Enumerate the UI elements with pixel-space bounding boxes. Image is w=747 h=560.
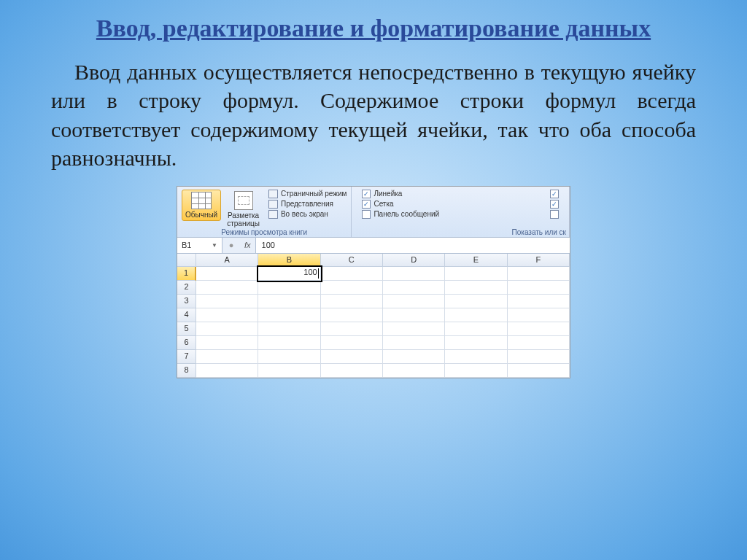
gridlines-label: Сетка xyxy=(374,200,393,208)
cell-F2[interactable] xyxy=(508,281,570,295)
cell-D6[interactable] xyxy=(383,336,445,350)
ribbon: Обычный Разметка страницы Страничный реж… xyxy=(177,187,570,238)
page-icon xyxy=(234,191,253,210)
cell-E7[interactable] xyxy=(445,350,507,364)
cell-C4[interactable] xyxy=(321,308,383,322)
row-header-3[interactable]: 3 xyxy=(177,295,196,308)
col-header-D[interactable]: D xyxy=(383,254,445,267)
fx-circle-icon[interactable]: ● xyxy=(227,241,236,249)
cell-F6[interactable] xyxy=(508,336,570,350)
custom-views-button[interactable]: Представления xyxy=(268,200,347,209)
cell-F1[interactable] xyxy=(508,267,570,281)
row-header-1[interactable]: 1 xyxy=(177,267,196,281)
show-checks-right: ✓ ✓ xyxy=(544,190,565,219)
cell-C7[interactable] xyxy=(321,350,383,364)
col-header-A[interactable]: A xyxy=(196,254,258,267)
full-screen-button[interactable]: Во весь экран xyxy=(268,210,347,219)
name-box-value: B1 xyxy=(182,241,191,249)
row-header-6[interactable]: 6 xyxy=(177,336,196,350)
col-header-E[interactable]: E xyxy=(445,254,507,267)
ruler-check[interactable]: ✓ Линейка xyxy=(362,190,439,198)
cell-A8[interactable] xyxy=(196,364,258,378)
custom-views-label: Представления xyxy=(281,200,333,208)
cell-B7[interactable] xyxy=(258,350,320,364)
cell-F3[interactable] xyxy=(508,295,570,308)
right-checkbox-2: ✓ xyxy=(550,200,559,209)
gridlines-check[interactable]: ✓ Сетка xyxy=(362,200,439,209)
cell-F5[interactable] xyxy=(508,322,570,336)
view-normal-label: Обычный xyxy=(185,211,217,219)
cell-D2[interactable] xyxy=(383,281,445,295)
right-check-3[interactable] xyxy=(550,210,559,219)
col-header-F[interactable]: F xyxy=(508,254,570,267)
cell-C6[interactable] xyxy=(321,336,383,350)
cell-A3[interactable] xyxy=(196,295,258,308)
cell-C1[interactable] xyxy=(321,267,383,281)
cell-B4[interactable] xyxy=(258,308,320,322)
page-break-icon xyxy=(268,190,278,198)
cell-B8[interactable] xyxy=(258,364,320,378)
message-panel-check[interactable]: Панель сообщений xyxy=(362,210,439,219)
fx-label[interactable]: fx xyxy=(244,241,251,249)
cell-E1[interactable] xyxy=(445,267,507,281)
cell-D4[interactable] xyxy=(383,308,445,322)
cell-F8[interactable] xyxy=(508,364,570,378)
cell-D1[interactable] xyxy=(383,267,445,281)
row-header-8[interactable]: 8 xyxy=(177,364,196,378)
cell-B2[interactable] xyxy=(258,281,320,295)
cell-E6[interactable] xyxy=(445,336,507,350)
cell-F7[interactable] xyxy=(508,350,570,364)
cell-E3[interactable] xyxy=(445,295,507,308)
cell-E4[interactable] xyxy=(445,308,507,322)
right-check-2[interactable]: ✓ xyxy=(550,200,559,209)
cell-F4[interactable] xyxy=(508,308,570,322)
small-view-buttons: Страничный режим Представления Во весь э… xyxy=(266,190,347,219)
cell-E5[interactable] xyxy=(445,322,507,336)
row-header-5[interactable]: 5 xyxy=(177,322,196,336)
cell-C3[interactable] xyxy=(321,295,383,308)
row-header-2[interactable]: 2 xyxy=(177,281,196,295)
cell-D8[interactable] xyxy=(383,364,445,378)
cell-A6[interactable] xyxy=(196,336,258,350)
cell-A7[interactable] xyxy=(196,350,258,364)
cell-C8[interactable] xyxy=(321,364,383,378)
view-page-layout-label1: Разметка xyxy=(228,211,259,219)
cell-B1[interactable]: 100 xyxy=(258,267,320,281)
cell-B5[interactable] xyxy=(258,322,320,336)
view-normal-button[interactable]: Обычный xyxy=(182,190,221,221)
cell-B6[interactable] xyxy=(258,336,320,350)
cell-A4[interactable] xyxy=(196,308,258,322)
name-box-dropdown-icon: ▼ xyxy=(212,242,217,249)
cell-E2[interactable] xyxy=(445,281,507,295)
cell-A2[interactable] xyxy=(196,281,258,295)
row-header-7[interactable]: 7 xyxy=(177,350,196,364)
col-header-B[interactable]: B xyxy=(258,254,320,267)
cell-B1-value: 100 xyxy=(303,268,317,276)
excel-screenshot: Обычный Разметка страницы Страничный реж… xyxy=(177,186,570,378)
message-panel-checkbox xyxy=(362,210,371,219)
right-checkbox-3 xyxy=(550,210,559,219)
cell-A5[interactable] xyxy=(196,322,258,336)
cell-D5[interactable] xyxy=(383,322,445,336)
view-page-layout-label2: страницы xyxy=(227,219,260,228)
right-check-1[interactable]: ✓ xyxy=(550,190,559,198)
cell-C2[interactable] xyxy=(321,281,383,295)
cell-A1[interactable] xyxy=(196,267,258,281)
full-screen-label: Во весь экран xyxy=(281,210,328,218)
cell-E8[interactable] xyxy=(445,364,507,378)
cell-D3[interactable] xyxy=(383,295,445,308)
row-header-4[interactable]: 4 xyxy=(177,308,196,322)
spreadsheet-grid[interactable]: A B C D E F 1 100 2 3 4 5 6 7 8 xyxy=(177,254,570,378)
select-all-corner[interactable] xyxy=(177,254,196,267)
ruler-label: Линейка xyxy=(374,190,402,198)
page-break-button[interactable]: Страничный режим xyxy=(268,190,347,198)
cell-B3[interactable] xyxy=(258,295,320,308)
col-header-C[interactable]: C xyxy=(321,254,383,267)
formula-input[interactable]: 100 xyxy=(256,238,570,253)
name-box[interactable]: B1 ▼ xyxy=(177,238,222,253)
ribbon-group-views: Обычный Разметка страницы Страничный реж… xyxy=(177,187,352,237)
cell-D7[interactable] xyxy=(383,350,445,364)
cell-C5[interactable] xyxy=(321,322,383,336)
view-page-layout-button[interactable]: Разметка страницы xyxy=(224,190,263,229)
formula-bar-buttons: ● fx xyxy=(222,238,256,253)
